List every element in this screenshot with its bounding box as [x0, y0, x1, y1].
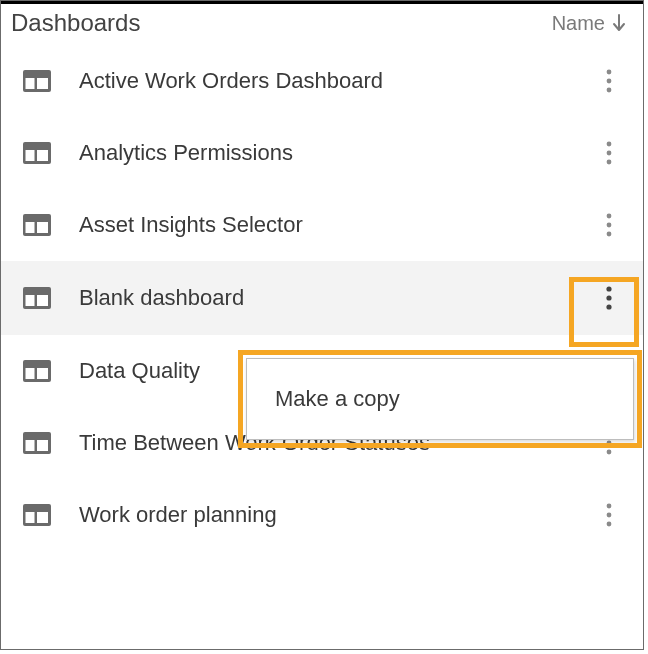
menu-item-make-a-copy[interactable]: Make a copy — [275, 386, 400, 412]
svg-point-4 — [607, 79, 612, 84]
dashboard-icon — [23, 142, 51, 164]
more-actions-button[interactable] — [595, 63, 623, 99]
list-item[interactable]: Asset Insights Selector — [1, 189, 643, 261]
svg-point-11 — [607, 160, 612, 165]
svg-point-35 — [607, 450, 612, 455]
svg-rect-19 — [26, 295, 35, 306]
dashboard-icon — [23, 214, 51, 236]
sort-control[interactable]: Name — [552, 12, 627, 35]
svg-point-41 — [607, 522, 612, 527]
svg-point-15 — [607, 214, 612, 219]
dashboard-icon — [23, 432, 51, 454]
more-actions-button[interactable] — [595, 207, 623, 243]
dashboards-panel: Dashboards Name Active Work Orders Dashb… — [0, 0, 644, 650]
panel-title: Dashboards — [11, 9, 140, 37]
more-vertical-icon — [606, 213, 612, 237]
more-actions-button[interactable] — [595, 497, 623, 533]
svg-point-39 — [607, 504, 612, 509]
svg-rect-20 — [37, 295, 48, 306]
dashboard-icon — [23, 360, 51, 382]
list-item[interactable]: Analytics Permissions — [1, 117, 643, 189]
svg-rect-13 — [26, 222, 35, 233]
list-item-label: Work order planning — [79, 502, 567, 528]
svg-rect-14 — [37, 222, 48, 233]
list-item[interactable]: Blank dashboard — [1, 261, 643, 335]
svg-rect-1 — [26, 78, 35, 89]
svg-rect-25 — [26, 368, 35, 379]
svg-rect-31 — [26, 440, 35, 451]
svg-point-40 — [607, 513, 612, 518]
svg-point-22 — [606, 295, 611, 300]
more-vertical-icon — [606, 141, 612, 165]
dashboard-icon — [23, 287, 51, 309]
svg-point-17 — [607, 232, 612, 237]
svg-point-5 — [607, 88, 612, 93]
dashboard-icon — [23, 504, 51, 526]
more-vertical-icon — [606, 503, 612, 527]
list-item-label: Blank dashboard — [79, 285, 567, 311]
more-actions-button[interactable] — [595, 135, 623, 171]
panel-header: Dashboards Name — [1, 1, 643, 45]
list-item-label: Analytics Permissions — [79, 140, 567, 166]
svg-rect-2 — [37, 78, 48, 89]
svg-rect-26 — [37, 368, 48, 379]
list-item-label: Asset Insights Selector — [79, 212, 567, 238]
more-vertical-icon — [606, 69, 612, 93]
svg-rect-37 — [26, 512, 35, 523]
svg-point-16 — [607, 223, 612, 228]
svg-rect-38 — [37, 512, 48, 523]
svg-point-3 — [607, 70, 612, 75]
context-menu: Make a copy — [246, 358, 634, 440]
svg-point-9 — [607, 142, 612, 147]
dashboard-list: Active Work Orders Dashboard Analytics P… — [1, 45, 643, 551]
list-item[interactable]: Work order planning — [1, 479, 643, 551]
svg-rect-8 — [37, 150, 48, 161]
more-vertical-icon — [606, 286, 612, 310]
arrow-down-icon — [611, 14, 627, 32]
dashboard-icon — [23, 70, 51, 92]
more-actions-button[interactable] — [595, 280, 623, 316]
svg-point-23 — [606, 304, 611, 309]
list-item-label: Active Work Orders Dashboard — [79, 68, 567, 94]
svg-rect-32 — [37, 440, 48, 451]
sort-label: Name — [552, 12, 605, 35]
svg-rect-7 — [26, 150, 35, 161]
svg-point-21 — [606, 286, 611, 291]
svg-point-10 — [607, 151, 612, 156]
svg-point-34 — [607, 441, 612, 446]
list-item[interactable]: Active Work Orders Dashboard — [1, 45, 643, 117]
